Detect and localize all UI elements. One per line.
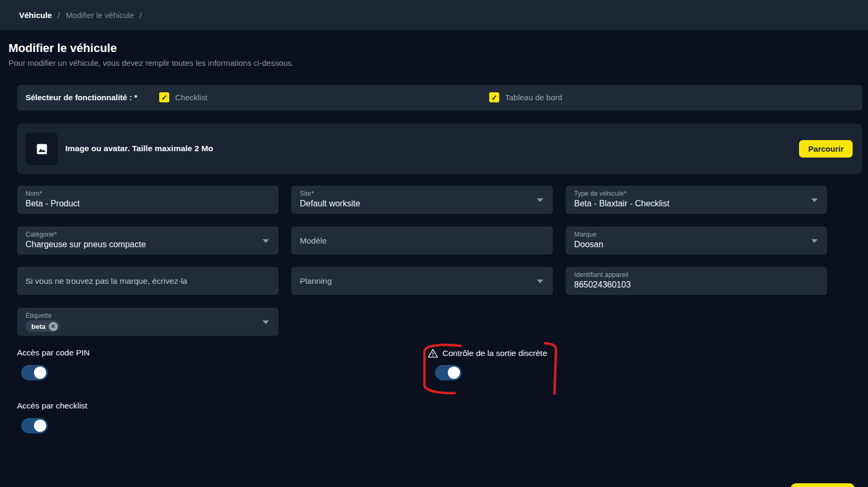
checkbox-tableau-de-bord[interactable]: ✓ (489, 92, 499, 102)
identifiant-value: 865024360103 (574, 280, 819, 290)
sortie-discrete-toggle[interactable] (435, 365, 462, 380)
page-subtitle: Pour modifier un véhicule, vous devez re… (8, 58, 294, 67)
etiquette-label: Étiquette (25, 312, 270, 319)
chevron-down-icon (537, 198, 543, 202)
chevron-down-icon (263, 239, 269, 243)
marque-select[interactable]: Marque Doosan (566, 227, 827, 255)
chevron-down-icon (811, 198, 818, 202)
chevron-down-icon (811, 239, 818, 243)
planning-select[interactable]: Planning (291, 267, 553, 295)
marque-libre-input[interactable]: Si vous ne trouvez pas la marque, écrive… (17, 267, 279, 295)
breadcrumb-separator: / (58, 11, 60, 20)
feature-selector-bar: Sélecteur de fonctionnalité : * ✓ Checkl… (17, 85, 862, 110)
nom-label: Nom* (25, 190, 270, 197)
breadcrumb-separator: / (140, 11, 142, 20)
identifiant-label: Identifiant appareil (574, 271, 819, 279)
toggle-knob (34, 367, 46, 379)
upload-hint: Image ou avatar. Taille maximale 2 Mo (65, 144, 213, 153)
checkbox-checklist[interactable]: ✓ (159, 92, 169, 102)
toggle-knob (34, 420, 46, 432)
identifiant-field[interactable]: Identifiant appareil 865024360103 (566, 267, 827, 295)
checkbox-checklist-label[interactable]: Checklist (175, 93, 207, 102)
categorie-select[interactable]: Catégorie* Chargeuse sur pneus compacte (17, 227, 279, 255)
sortie-discrete-toggle-label: Contrôle de la sortie discrète (442, 349, 547, 358)
modele-input[interactable]: Modèle (291, 227, 553, 255)
warning-icon (428, 349, 438, 358)
check-icon: ✓ (161, 94, 168, 101)
toggle-knob (448, 367, 460, 379)
marque-value: Doosan (574, 240, 819, 249)
checklist-toggle-label: Accès par checklist (17, 401, 88, 411)
etiquette-select[interactable]: Étiquette beta ✕ (17, 308, 279, 336)
image-upload-card: Image ou avatar. Taille maximale 2 Mo Pa… (17, 124, 862, 174)
type-vehicule-value: Beta - Blaxtair - Checklist (574, 199, 819, 208)
breadcrumb-item-modifier: Modifier le véhicule (66, 11, 134, 20)
planning-placeholder: Planning (300, 276, 332, 286)
browse-button[interactable]: Parcourir (799, 140, 853, 158)
breadcrumb: Véhicule / Modifier le véhicule / (0, 0, 868, 30)
pin-toggle[interactable] (21, 365, 48, 380)
chevron-down-icon (537, 280, 543, 283)
breadcrumb-item-vehicule[interactable]: Véhicule (19, 11, 52, 20)
checklist-toggle[interactable] (21, 418, 48, 433)
etiquette-chip: beta ✕ (25, 320, 60, 332)
pin-toggle-label: Accès par code PIN (17, 348, 90, 358)
categorie-label: Catégorie* (25, 231, 270, 238)
chip-remove-button[interactable]: ✕ (49, 322, 58, 331)
nom-field[interactable]: Nom* Beta - Product (17, 186, 279, 214)
image-placeholder (25, 133, 58, 165)
modele-placeholder: Modèle (300, 236, 327, 246)
feature-selector-label: Sélecteur de fonctionnalité : * (25, 93, 137, 102)
bottom-action-button[interactable] (791, 483, 855, 487)
nom-value: Beta - Product (25, 199, 270, 208)
marque-libre-placeholder: Si vous ne trouvez pas la marque, écrive… (25, 276, 187, 286)
site-label: Site* (300, 190, 544, 197)
type-vehicule-label: Type de véhicule* (574, 190, 819, 197)
checkbox-tableau-de-bord-label[interactable]: Tableau de bord (505, 93, 562, 102)
close-icon: ✕ (51, 324, 56, 329)
site-value: Default worksite (300, 199, 544, 208)
chevron-down-icon (263, 320, 269, 324)
etiquette-chip-text: beta (31, 323, 46, 331)
marque-label: Marque (574, 231, 819, 238)
site-select[interactable]: Site* Default worksite (291, 186, 553, 214)
check-icon: ✓ (491, 94, 498, 101)
image-icon (36, 143, 48, 155)
page-title: Modifier le véhicule (8, 41, 117, 55)
categorie-value: Chargeuse sur pneus compacte (25, 240, 270, 249)
type-vehicule-select[interactable]: Type de véhicule* Beta - Blaxtair - Chec… (566, 186, 827, 214)
